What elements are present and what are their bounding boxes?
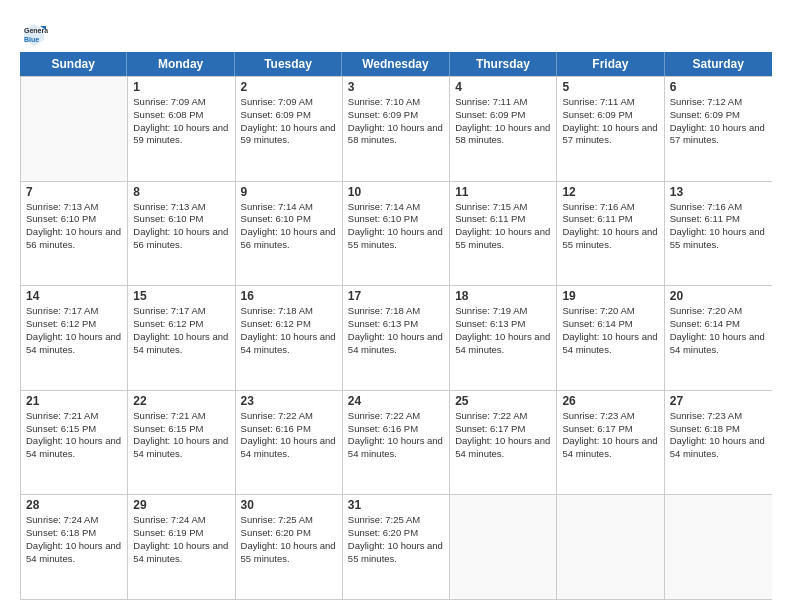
day-number: 11 [455,185,551,199]
cell-info: Sunrise: 7:21 AMSunset: 6:15 PMDaylight:… [133,410,229,461]
calendar-week-4: 21Sunrise: 7:21 AMSunset: 6:15 PMDayligh… [21,390,772,495]
calendar-cell: 10Sunrise: 7:14 AMSunset: 6:10 PMDayligh… [343,182,450,286]
calendar-cell [21,77,128,181]
day-number: 5 [562,80,658,94]
cell-info: Sunrise: 7:10 AMSunset: 6:09 PMDaylight:… [348,96,444,147]
calendar-cell: 6Sunrise: 7:12 AMSunset: 6:09 PMDaylight… [665,77,772,181]
day-number: 29 [133,498,229,512]
calendar-cell: 23Sunrise: 7:22 AMSunset: 6:16 PMDayligh… [236,391,343,495]
logo-icon: General Blue [20,20,48,48]
calendar-cell [557,495,664,599]
calendar-cell: 15Sunrise: 7:17 AMSunset: 6:12 PMDayligh… [128,286,235,390]
cell-info: Sunrise: 7:20 AMSunset: 6:14 PMDaylight:… [562,305,658,356]
cell-info: Sunrise: 7:19 AMSunset: 6:13 PMDaylight:… [455,305,551,356]
day-number: 9 [241,185,337,199]
day-number: 2 [241,80,337,94]
cell-info: Sunrise: 7:14 AMSunset: 6:10 PMDaylight:… [241,201,337,252]
calendar-cell: 19Sunrise: 7:20 AMSunset: 6:14 PMDayligh… [557,286,664,390]
calendar-cell: 8Sunrise: 7:13 AMSunset: 6:10 PMDaylight… [128,182,235,286]
cell-info: Sunrise: 7:13 AMSunset: 6:10 PMDaylight:… [26,201,122,252]
calendar-cell: 25Sunrise: 7:22 AMSunset: 6:17 PMDayligh… [450,391,557,495]
page: General Blue SundayMondayTuesdayWednesda… [0,0,792,612]
calendar-cell: 7Sunrise: 7:13 AMSunset: 6:10 PMDaylight… [21,182,128,286]
calendar-cell: 2Sunrise: 7:09 AMSunset: 6:09 PMDaylight… [236,77,343,181]
header-day-sunday: Sunday [20,52,127,76]
cell-info: Sunrise: 7:12 AMSunset: 6:09 PMDaylight:… [670,96,767,147]
day-number: 14 [26,289,122,303]
day-number: 17 [348,289,444,303]
day-number: 4 [455,80,551,94]
day-number: 12 [562,185,658,199]
cell-info: Sunrise: 7:18 AMSunset: 6:13 PMDaylight:… [348,305,444,356]
cell-info: Sunrise: 7:17 AMSunset: 6:12 PMDaylight:… [26,305,122,356]
svg-text:Blue: Blue [24,36,39,43]
calendar-week-5: 28Sunrise: 7:24 AMSunset: 6:18 PMDayligh… [21,494,772,599]
header-day-tuesday: Tuesday [235,52,342,76]
day-number: 19 [562,289,658,303]
day-number: 31 [348,498,444,512]
day-number: 15 [133,289,229,303]
day-number: 23 [241,394,337,408]
calendar-cell: 12Sunrise: 7:16 AMSunset: 6:11 PMDayligh… [557,182,664,286]
calendar-cell: 13Sunrise: 7:16 AMSunset: 6:11 PMDayligh… [665,182,772,286]
cell-info: Sunrise: 7:18 AMSunset: 6:12 PMDaylight:… [241,305,337,356]
day-number: 10 [348,185,444,199]
header-day-monday: Monday [127,52,234,76]
day-number: 30 [241,498,337,512]
calendar-cell: 11Sunrise: 7:15 AMSunset: 6:11 PMDayligh… [450,182,557,286]
cell-info: Sunrise: 7:22 AMSunset: 6:16 PMDaylight:… [348,410,444,461]
cell-info: Sunrise: 7:23 AMSunset: 6:18 PMDaylight:… [670,410,767,461]
day-number: 21 [26,394,122,408]
cell-info: Sunrise: 7:25 AMSunset: 6:20 PMDaylight:… [241,514,337,565]
calendar-cell: 22Sunrise: 7:21 AMSunset: 6:15 PMDayligh… [128,391,235,495]
day-number: 6 [670,80,767,94]
calendar-cell: 28Sunrise: 7:24 AMSunset: 6:18 PMDayligh… [21,495,128,599]
day-number: 24 [348,394,444,408]
cell-info: Sunrise: 7:11 AMSunset: 6:09 PMDaylight:… [562,96,658,147]
day-number: 3 [348,80,444,94]
calendar-cell: 20Sunrise: 7:20 AMSunset: 6:14 PMDayligh… [665,286,772,390]
cell-info: Sunrise: 7:22 AMSunset: 6:17 PMDaylight:… [455,410,551,461]
day-number: 28 [26,498,122,512]
header: General Blue [20,16,772,48]
calendar-week-2: 7Sunrise: 7:13 AMSunset: 6:10 PMDaylight… [21,181,772,286]
day-number: 20 [670,289,767,303]
calendar-cell: 31Sunrise: 7:25 AMSunset: 6:20 PMDayligh… [343,495,450,599]
header-day-thursday: Thursday [450,52,557,76]
logo: General Blue [20,20,52,48]
cell-info: Sunrise: 7:17 AMSunset: 6:12 PMDaylight:… [133,305,229,356]
day-number: 26 [562,394,658,408]
calendar-cell: 29Sunrise: 7:24 AMSunset: 6:19 PMDayligh… [128,495,235,599]
calendar-cell: 3Sunrise: 7:10 AMSunset: 6:09 PMDaylight… [343,77,450,181]
cell-info: Sunrise: 7:22 AMSunset: 6:16 PMDaylight:… [241,410,337,461]
calendar-cell: 5Sunrise: 7:11 AMSunset: 6:09 PMDaylight… [557,77,664,181]
cell-info: Sunrise: 7:24 AMSunset: 6:19 PMDaylight:… [133,514,229,565]
cell-info: Sunrise: 7:16 AMSunset: 6:11 PMDaylight:… [670,201,767,252]
cell-info: Sunrise: 7:11 AMSunset: 6:09 PMDaylight:… [455,96,551,147]
cell-info: Sunrise: 7:09 AMSunset: 6:09 PMDaylight:… [241,96,337,147]
calendar-cell: 9Sunrise: 7:14 AMSunset: 6:10 PMDaylight… [236,182,343,286]
calendar-cell: 17Sunrise: 7:18 AMSunset: 6:13 PMDayligh… [343,286,450,390]
calendar-cell: 30Sunrise: 7:25 AMSunset: 6:20 PMDayligh… [236,495,343,599]
day-number: 13 [670,185,767,199]
day-number: 25 [455,394,551,408]
header-day-saturday: Saturday [665,52,772,76]
cell-info: Sunrise: 7:25 AMSunset: 6:20 PMDaylight:… [348,514,444,565]
cell-info: Sunrise: 7:13 AMSunset: 6:10 PMDaylight:… [133,201,229,252]
calendar-cell [450,495,557,599]
cell-info: Sunrise: 7:23 AMSunset: 6:17 PMDaylight:… [562,410,658,461]
day-number: 8 [133,185,229,199]
calendar-cell: 21Sunrise: 7:21 AMSunset: 6:15 PMDayligh… [21,391,128,495]
calendar-cell: 26Sunrise: 7:23 AMSunset: 6:17 PMDayligh… [557,391,664,495]
calendar-cell: 1Sunrise: 7:09 AMSunset: 6:08 PMDaylight… [128,77,235,181]
calendar-cell: 4Sunrise: 7:11 AMSunset: 6:09 PMDaylight… [450,77,557,181]
day-number: 18 [455,289,551,303]
day-number: 27 [670,394,767,408]
calendar-cell [665,495,772,599]
cell-info: Sunrise: 7:16 AMSunset: 6:11 PMDaylight:… [562,201,658,252]
cell-info: Sunrise: 7:14 AMSunset: 6:10 PMDaylight:… [348,201,444,252]
calendar-cell: 18Sunrise: 7:19 AMSunset: 6:13 PMDayligh… [450,286,557,390]
cell-info: Sunrise: 7:24 AMSunset: 6:18 PMDaylight:… [26,514,122,565]
calendar-body: 1Sunrise: 7:09 AMSunset: 6:08 PMDaylight… [20,76,772,600]
cell-info: Sunrise: 7:15 AMSunset: 6:11 PMDaylight:… [455,201,551,252]
